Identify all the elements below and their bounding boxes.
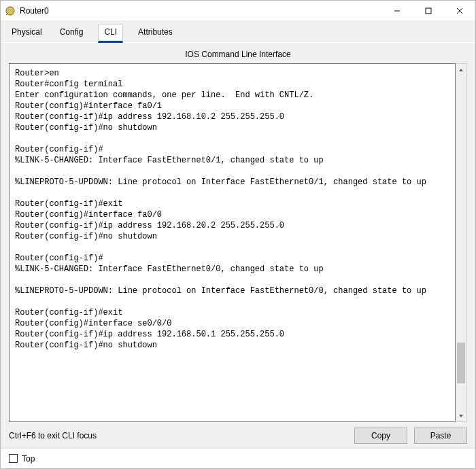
scroll-up-arrow-icon[interactable] — [456, 64, 466, 75]
close-button[interactable] — [444, 1, 475, 20]
top-label: Top — [22, 454, 35, 464]
titlebar: Router0 — [1, 1, 475, 21]
tab-config[interactable]: Config — [57, 24, 86, 42]
cli-terminal[interactable]: Router>en Router#config terminal Enter c… — [9, 63, 456, 422]
scroll-down-arrow-icon[interactable] — [456, 410, 466, 421]
maximize-button[interactable] — [413, 1, 444, 20]
terminal-wrap: Router>en Router#config terminal Enter c… — [9, 63, 467, 422]
tab-cli[interactable]: CLI — [98, 24, 123, 43]
cli-panel: IOS Command Line Interface Router>en Rou… — [1, 43, 475, 448]
svg-rect-2 — [426, 8, 431, 14]
tab-physical[interactable]: Physical — [9, 24, 45, 42]
tab-attributes[interactable]: Attributes — [135, 24, 175, 42]
svg-marker-5 — [459, 69, 463, 71]
router-window: Router0 Physical Config CLI Attributes I… — [0, 0, 476, 469]
panel-title: IOS Command Line Interface — [9, 50, 467, 59]
minimize-button[interactable] — [381, 1, 413, 20]
tabbar: Physical Config CLI Attributes — [1, 21, 475, 43]
app-icon — [5, 5, 16, 16]
cli-hint: Ctrl+F6 to exit CLI focus — [9, 431, 347, 440]
vertical-scrollbar[interactable] — [456, 63, 467, 422]
copy-button[interactable]: Copy — [354, 428, 407, 444]
top-checkbox[interactable] — [9, 454, 18, 463]
paste-button[interactable]: Paste — [414, 428, 467, 444]
button-row: Ctrl+F6 to exit CLI focus Copy Paste — [9, 428, 467, 444]
footer: Top — [1, 448, 475, 468]
scroll-thumb[interactable] — [457, 343, 465, 383]
window-controls — [381, 1, 475, 20]
svg-marker-6 — [459, 415, 463, 417]
window-title: Router0 — [20, 6, 381, 16]
